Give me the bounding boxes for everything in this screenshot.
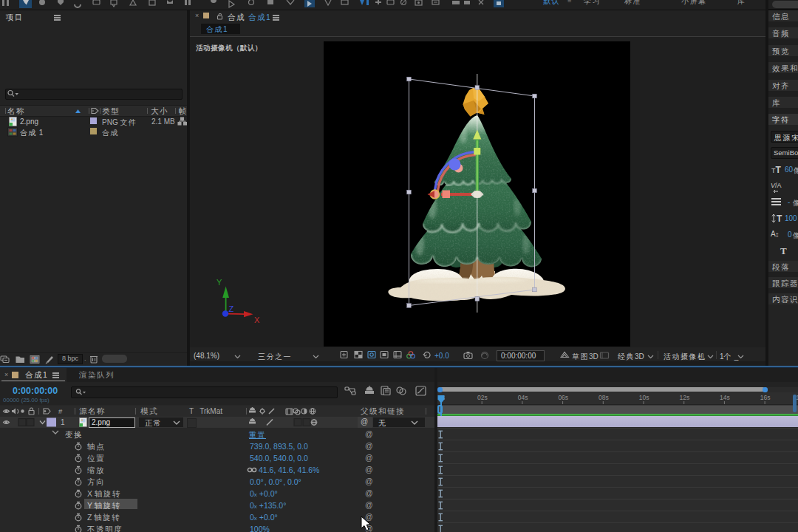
svg-text:Z: Z	[229, 304, 234, 313]
svg-text:X: X	[254, 316, 260, 324]
svg-text:Y: Y	[216, 278, 222, 287]
